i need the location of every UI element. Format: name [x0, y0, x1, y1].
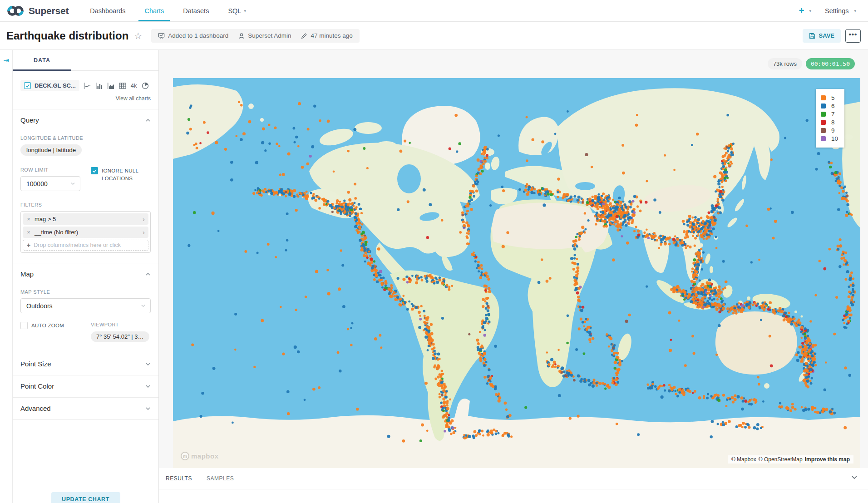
world-map	[173, 78, 860, 468]
nav-right: +▾ Settings▾	[799, 5, 868, 16]
legend-item: 8	[821, 119, 838, 126]
viz-type-name: DECK.GL SC...	[35, 82, 76, 89]
legend-swatch	[821, 136, 826, 141]
filter-item[interactable]: × mag > 5 ›	[23, 213, 148, 225]
chart-owner[interactable]: Superset Admin	[238, 32, 291, 39]
viz-type-row: DECK.GL SC... 4k	[20, 80, 151, 91]
save-icon	[809, 33, 815, 39]
panel-tabbar: DATA	[13, 50, 158, 71]
last-modified[interactable]: 47 minutes ago	[301, 32, 352, 39]
nav-dashboards[interactable]: Dashboards	[80, 0, 135, 21]
remove-filter-icon[interactable]: ×	[23, 216, 35, 222]
new-menu-button[interactable]: +▾	[799, 5, 811, 16]
auto-zoom-checkbox[interactable]	[20, 322, 28, 329]
tab-samples[interactable]: SAMPLES	[207, 475, 234, 482]
view-all-charts-link[interactable]: View all charts	[116, 95, 151, 102]
mapbox-logo-icon: m	[181, 452, 189, 460]
bar-chart-icon[interactable]	[95, 82, 103, 89]
legend-label: 8	[831, 119, 835, 126]
viz-type-checkbox[interactable]	[24, 82, 31, 89]
map-style-label: MAP STYLE	[20, 289, 151, 295]
panel-body: DECK.GL SC... 4k	[13, 80, 158, 503]
filter-item[interactable]: × __time (No filter) ›	[23, 227, 148, 238]
dashboards-note[interactable]: Added to 1 dashboard	[158, 32, 228, 39]
save-button[interactable]: SAVE	[803, 29, 841, 43]
legend-label: 6	[831, 103, 835, 109]
chevron-up-icon	[145, 118, 151, 123]
chevron-down-icon	[145, 384, 151, 389]
main-nav: Dashboards Charts Datasets SQL▾	[80, 0, 256, 21]
chart-title: Earthquake distribution	[6, 30, 128, 42]
mapbox-attribution-link[interactable]: © Mapbox	[731, 456, 756, 463]
favorite-star-icon[interactable]: ☆	[134, 30, 142, 41]
chart-metadata-bar: Added to 1 dashboard Superset Admin 47 m…	[151, 29, 359, 43]
superset-logo[interactable]: Superset	[0, 5, 80, 17]
drop-columns-area[interactable]: + Drop columns/metrics here or click	[23, 240, 148, 251]
divider	[13, 353, 158, 353]
table-icon[interactable]	[119, 82, 126, 89]
mapbox-logo[interactable]: m mapbox	[181, 452, 219, 460]
pie-chart-icon[interactable]	[142, 82, 149, 89]
section-point-color[interactable]: Point Color	[20, 382, 151, 390]
filters-box: × mag > 5 › × __time (No filter) › + Dro…	[20, 211, 151, 253]
legend-item: 9	[821, 127, 838, 134]
viz-4k-badge[interactable]: 4k	[131, 82, 137, 89]
ignore-null-checkbox[interactable]	[91, 167, 98, 174]
collapse-results-icon[interactable]	[851, 473, 858, 483]
nav-datasets[interactable]: Datasets	[173, 0, 218, 21]
chevron-up-icon	[145, 271, 151, 277]
map-style-select[interactable]: Outdoors	[20, 298, 151, 313]
collapse-panel-icon[interactable]: ⇥	[0, 56, 12, 64]
filter-label: mag > 5	[35, 216, 143, 222]
chart-header: Earthquake distribution ☆ Added to 1 das…	[0, 22, 868, 50]
row-limit-col: ROW LIMIT 100000	[20, 157, 80, 191]
legend-item: 10	[821, 135, 838, 142]
deckgl-map[interactable]: 5678910 m mapbox © Mapbox © OpenStreetMa…	[173, 78, 860, 468]
divider	[159, 489, 868, 489]
viz-type-control[interactable]: DECK.GL SC...	[20, 80, 79, 91]
dashboard-icon	[158, 32, 165, 39]
line-chart-icon[interactable]	[84, 82, 91, 89]
pencil-icon	[301, 33, 307, 39]
viewport-control: VIEWPORT 7° 35' 54.02" | 3…	[91, 322, 149, 342]
chevron-right-icon[interactable]: ›	[143, 215, 145, 223]
update-chart-button[interactable]: UPDATE CHART	[51, 492, 120, 503]
area-chart-icon[interactable]	[107, 82, 114, 89]
tab-results[interactable]: RESULTS	[166, 475, 192, 482]
auto-zoom-control: AUTO ZOOM	[20, 322, 91, 342]
divider	[13, 263, 158, 263]
legend-item: 7	[821, 111, 838, 118]
divider	[13, 375, 158, 375]
row-limit-select[interactable]: 100000	[20, 176, 80, 191]
remove-filter-icon[interactable]: ×	[23, 229, 35, 236]
top-navbar: Superset Dashboards Charts Datasets SQL▾…	[0, 0, 868, 22]
ignore-null-label: IGNORE NULL LOCATIONS	[102, 167, 152, 191]
infinity-logo-icon	[6, 5, 25, 17]
legend-label: 5	[831, 94, 835, 101]
viz-type-shortcuts: 4k	[84, 82, 149, 89]
section-map[interactable]: Map	[20, 270, 151, 278]
osm-attribution-link[interactable]: © OpenStreetMap	[759, 456, 803, 463]
section-query[interactable]: Query	[20, 116, 151, 124]
nav-charts[interactable]: Charts	[135, 0, 173, 21]
query-status-badges: 73k rows 00:00:01.50	[768, 58, 855, 69]
section-point-size[interactable]: Point Size	[20, 360, 151, 368]
filter-label: __time (No filter)	[35, 229, 143, 236]
legend-label: 7	[831, 111, 835, 118]
more-options-button[interactable]: •••	[845, 29, 861, 43]
caret-down-icon: ▾	[809, 9, 812, 13]
tab-data[interactable]: DATA	[13, 50, 71, 70]
chevron-right-icon[interactable]: ›	[143, 228, 145, 236]
section-advanced[interactable]: Advanced	[20, 404, 151, 412]
map-attribution: © Mapbox © OpenStreetMap Improve this ma…	[728, 455, 853, 464]
improve-map-link[interactable]: Improve this map	[805, 456, 850, 463]
plus-icon: +	[27, 242, 30, 249]
data-panel: DATA DECK.GL SC...	[13, 50, 159, 503]
legend-swatch	[821, 128, 826, 133]
divider	[13, 109, 158, 109]
nav-sql[interactable]: SQL▾	[218, 0, 256, 21]
viewport-value-pill[interactable]: 7° 35' 54.02" | 3…	[91, 331, 149, 342]
lonlat-value-pill[interactable]: longitude | latitude	[20, 144, 82, 156]
settings-menu-button[interactable]: Settings▾	[825, 7, 856, 15]
brand-name: Superset	[29, 5, 69, 16]
